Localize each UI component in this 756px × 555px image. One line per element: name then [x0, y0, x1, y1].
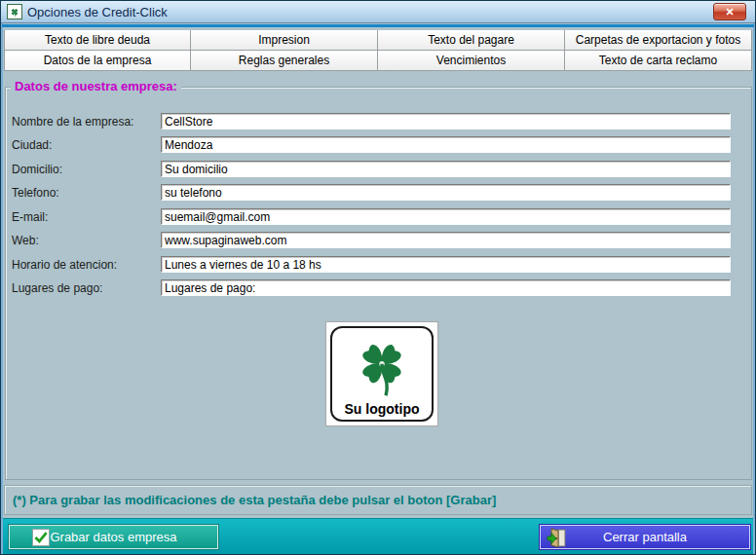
company-name-label: Nombre de la empresa: — [12, 115, 133, 129]
save-company-data-button[interactable]: Grabar datos empresa — [9, 525, 218, 549]
phone-input[interactable] — [161, 184, 731, 201]
window-close-button[interactable]: ✕ — [713, 3, 746, 20]
form-row: E-mail: — [6, 208, 751, 226]
checkmark-icon — [32, 529, 50, 546]
form-row: Nombre de la empresa: — [6, 113, 751, 130]
hours-label: Horario de atencion: — [12, 258, 117, 272]
window-title: Opciones de Credit-Click — [27, 5, 168, 19]
footer-note-panel: (*) Para grabar las modificaciones de es… — [4, 485, 752, 515]
footer-note-text: (*) Para grabar las modificaciones de es… — [5, 493, 496, 507]
company-data-groupbox: Datos de nuestra empresa: Nombre de la e… — [5, 87, 752, 480]
hours-input[interactable] — [161, 256, 731, 273]
payment-places-input[interactable] — [161, 279, 731, 296]
tab-row-2: Datos de la empresa Reglas generales Ven… — [4, 51, 752, 71]
tab-strip: Texto de libre deuda Impresion Texto del… — [4, 30, 752, 71]
titlebar: Opciones de Credit-Click ✕ — [1, 1, 755, 23]
tab-reglas-generales[interactable]: Reglas generales — [191, 51, 378, 71]
company-name-input[interactable] — [161, 113, 731, 130]
web-label: Web: — [12, 234, 39, 247]
tab-datos-de-la-empresa[interactable]: Datos de la empresa — [4, 51, 191, 71]
form-row: Horario de atencion: — [6, 256, 751, 274]
save-button-label: Grabar datos empresa — [50, 530, 176, 544]
app-clover-icon — [7, 4, 22, 19]
payment-places-label: Lugares de pago: — [12, 281, 102, 295]
tab-carpetas-exportacion-fotos[interactable]: Carpetas de exportacion y fotos — [565, 30, 752, 51]
city-input[interactable] — [161, 136, 731, 153]
tab-vencimientos[interactable]: Vencimientos — [378, 51, 565, 71]
close-button-label: Cerrar pantalla — [603, 530, 687, 544]
address-label: Domicilio: — [12, 163, 62, 176]
email-label: E-mail: — [12, 210, 48, 224]
form-row: Telefono: — [6, 184, 751, 202]
phone-label: Telefono: — [12, 186, 59, 200]
clover-icon — [349, 330, 415, 404]
groupbox-legend: Datos de nuestra empresa: — [11, 79, 181, 93]
form-row: Lugares de pago: — [6, 279, 751, 297]
tab-texto-de-carta-reclamo[interactable]: Texto de carta reclamo — [565, 51, 752, 71]
tab-impresion[interactable]: Impresion — [191, 30, 378, 51]
tab-texto-de-libre-deuda[interactable]: Texto de libre deuda — [4, 30, 191, 51]
logo-frame: Su logotipo — [330, 326, 434, 422]
form-row: Ciudad: — [6, 136, 751, 154]
address-input[interactable] — [161, 161, 731, 177]
button-strip: Grabar datos empresa Cerrar pantalla — [3, 518, 753, 554]
titlebar-accent-line — [2, 24, 754, 27]
email-input[interactable] — [161, 208, 731, 225]
form-row: Web: — [6, 232, 751, 249]
tab-row-1: Texto de libre deuda Impresion Texto del… — [4, 30, 752, 51]
city-label: Ciudad: — [12, 138, 52, 152]
exit-door-icon — [547, 528, 567, 548]
form-row: Domicilio: — [6, 161, 751, 178]
options-dialog: Opciones de Credit-Click ✕ Texto de libr… — [0, 0, 756, 555]
web-input[interactable] — [161, 232, 731, 248]
company-logo[interactable]: Su logotipo — [325, 321, 438, 426]
tab-texto-del-pagare[interactable]: Texto del pagare — [378, 30, 565, 51]
close-screen-button[interactable]: Cerrar pantalla — [540, 525, 750, 549]
